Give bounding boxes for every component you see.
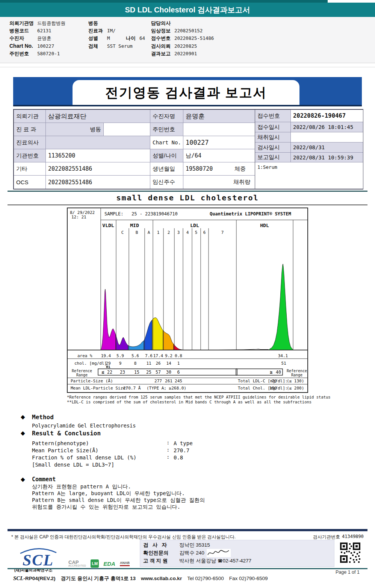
header-field: 의뢰기관명드림종합병원	[9, 20, 86, 27]
lipoprint-system-logo: Quantimetrix LIPOPRINT® SYSTEM	[210, 211, 291, 217]
field-label: 결과보고	[151, 50, 174, 57]
total-chol-ref: (≤ 200)	[287, 386, 304, 391]
info-value	[291, 132, 363, 142]
field-label: 성별	[88, 35, 107, 42]
serum-note: 1:Serum	[255, 162, 363, 189]
method-body: Polyacrylamide Gel Electrophoresis	[32, 423, 136, 429]
info-label: Chart No.	[150, 136, 183, 149]
info-value: 11365200	[46, 149, 150, 162]
top-accent-strip	[0, 0, 328, 3]
info-value: 채취량	[183, 176, 255, 189]
header-field: 결과보고20220901	[151, 50, 249, 58]
cap-logo-subtext: ACCREDITED	[68, 565, 86, 567]
field-value: 20220825	[174, 43, 197, 49]
info-label: 성별/나이	[150, 149, 183, 162]
lane-group-ldl: LDL	[190, 223, 199, 228]
info-value: 2022/08/31	[291, 142, 363, 153]
field-value: SST Serum	[107, 43, 133, 49]
patient-header-col1: 의뢰기관명드림종합병원 병원코드62131 수진자윤명훈 Chart No.10…	[9, 20, 86, 58]
mean-particle-label: Mean LDL-Particle Size:	[71, 386, 128, 391]
result-value: 0.8	[174, 455, 183, 461]
order-info-left: 의뢰기관 삼광의료재단 수진자명 윤명훈 진 료 과 병동 주민번호 진료의사 …	[14, 110, 255, 189]
info-value: 19580720체중	[183, 162, 255, 176]
info-label: 진료의사	[14, 136, 46, 149]
reference-caption: Range	[76, 373, 88, 377]
sublane-label: 7	[221, 230, 224, 235]
result-separator: :	[166, 447, 169, 453]
sublane-label: 3	[177, 230, 180, 235]
sign-value: 김백수 240	[179, 550, 204, 556]
field-label: 접수번호	[151, 35, 174, 42]
signature-row: 고 객 지 원 박사현 서울강남 ☎02-457-4277	[140, 557, 334, 565]
info-label: 임신주수	[150, 176, 183, 189]
field-value: 580720-1	[37, 51, 60, 56]
field-value: 100227	[37, 43, 54, 49]
reference-caption: Reference	[72, 369, 92, 373]
hi-flag: Hi	[106, 365, 110, 369]
chart-footnote-1: *Reference ranges derived from 125 serum…	[67, 395, 331, 399]
sublane-label: 2	[168, 230, 170, 235]
order-info-table: 의뢰기관 삼광의료재단 수진자명 윤명훈 진 료 과 병동 주민번호 진료의사 …	[13, 109, 363, 189]
eqa-logo: EDA	[103, 561, 115, 567]
total-chol-label: Total Chol. [mg/dl]:	[238, 386, 287, 391]
info-value: 100227	[183, 136, 255, 149]
lane-group-vldl: VLDL	[102, 223, 114, 228]
sign-label: 고 객 지 원	[143, 558, 179, 564]
field-value: M	[107, 35, 126, 41]
title-banner-plate: 전기영동 검사결과 보고서	[73, 80, 299, 105]
particle-size-value: 277	[154, 379, 162, 383]
info-value: 병동	[46, 123, 104, 136]
area-value: 19.4	[101, 353, 111, 358]
report-banner-title: SD LDL Cholesterol 검사결과보고서	[125, 5, 250, 15]
sublane-label: B	[136, 230, 138, 235]
mean-particle-qualifier: (TYPE A; ≥268.0)	[147, 386, 186, 391]
info-label: OCS	[14, 176, 46, 189]
sublane-label: A	[148, 230, 150, 235]
info-value: 2022/08/31 10:59:39	[291, 153, 363, 162]
field-value: 2208250152	[174, 28, 203, 33]
comment-line: 상기환자 표현형은 pattern A 입니다.	[32, 483, 131, 490]
sublane-label: 6	[203, 230, 206, 235]
info-value	[183, 123, 255, 136]
header-field: 검체SST Serum	[88, 43, 150, 50]
field-label: 검체	[88, 43, 107, 50]
area-value: 9.2	[165, 353, 172, 358]
lab-report-page: SD LDL Cholesterol 검사결과보고서 의뢰기관명드림종합병원 병…	[0, 0, 375, 588]
order-info-right: 접수번호 20220826-190467 접수일시 2022/08/26 18:…	[255, 110, 363, 189]
signature-row: 검 사 자 정낙민 35315	[140, 541, 334, 549]
info-value: 남/64	[183, 149, 255, 162]
title-banner: 전기영동 검사결과 보고서	[13, 77, 362, 106]
chol-value: 26	[156, 361, 160, 366]
field-label: 수진자	[9, 35, 37, 42]
field-value: 20220901	[174, 51, 197, 56]
method-heading: Method	[32, 414, 54, 421]
chart-datetime: 12: 21	[71, 215, 86, 220]
lab-website: www.scllab.co.kr	[141, 576, 182, 581]
total-ldl-value: 70	[272, 379, 277, 383]
result-value: 270.7	[174, 447, 189, 453]
comment-line: Pattern B는 small dense LDL이 우세한 type으로 심…	[32, 497, 205, 504]
result-label: Pattern(phenotype)	[32, 440, 89, 446]
footer-rule	[8, 529, 367, 531]
info-value: 삼광의료재단	[46, 110, 150, 123]
sign-value: 정낙민 35315	[179, 542, 210, 549]
scl-logo: SCL	[16, 547, 61, 568]
info-label: 접수일시	[255, 122, 291, 132]
comment-heading: Comment	[32, 476, 56, 483]
scl-logo-text: SCL	[23, 552, 54, 568]
info-value: 20220826-190467	[291, 110, 363, 122]
reference-caption: Reference	[287, 369, 307, 373]
lane-group-hdl: HDL	[260, 223, 269, 228]
result-label: Mean Particle Size(Å)	[32, 447, 98, 453]
lab-address: 경기도 용인시 기흥구 흥덕1로 13	[61, 575, 136, 582]
sample-label: SAMPLE:	[104, 211, 124, 217]
header-field: 성별M나이64	[88, 35, 150, 42]
info-label: 생년월일	[150, 162, 183, 176]
chol-value: 1	[177, 361, 180, 366]
page-title: 전기영동 검사결과 보고서	[105, 84, 267, 102]
field-label: 검사의뢰	[151, 43, 174, 50]
header-field: 검사의뢰20220825	[151, 43, 249, 50]
divider	[8, 191, 367, 192]
ref-value: 30	[166, 370, 171, 375]
accreditation-note: * 본 검사실은 CAP 인증과 대한진단검사의학회/진단검사의학재단의 우수검…	[11, 534, 236, 540]
